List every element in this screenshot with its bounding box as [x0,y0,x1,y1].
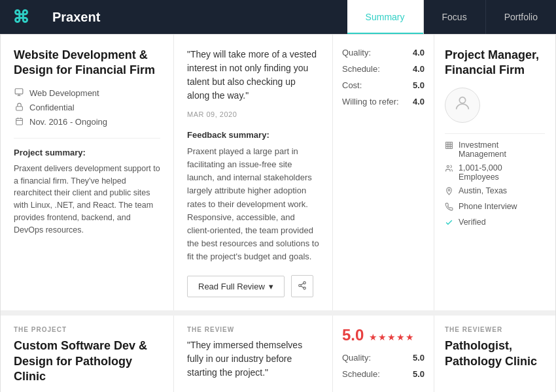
section-label-review-2: THE REVIEW [187,326,319,333]
rating-quality-2: Quality: 5.0 [342,353,425,363]
svg-rect-0 [15,89,23,94]
pin-icon [445,187,454,197]
meta-date-label: Nov. 2016 - Ongoing [29,117,107,127]
reviewer-size-label: 1,001-5,000 Employees [459,163,545,182]
col-project-2: THE PROJECT Custom Software Dev & Design… [1,316,174,392]
meta-type-label: Web Development [29,88,99,98]
section-label-reviewer-2: THE REVIEWER [445,326,545,333]
tab-portfolio[interactable]: Portfolio [486,0,556,34]
svg-point-15 [447,165,449,167]
meta-confidential: Confidential [14,103,160,113]
svg-point-8 [304,282,306,284]
tab-summary[interactable]: Summary [347,0,424,34]
reviewer-title-1: Project Manager, Financial Firm [445,48,545,78]
avatar-1 [445,88,480,123]
review-date-1: MAR 09, 2020 [187,110,319,118]
rating-quality: Quality: 4.0 [342,48,425,57]
quality-label: Quality: [342,48,371,57]
meta-date: Nov. 2016 - Ongoing [14,117,160,127]
overall-score-2: 5.0 [342,326,364,344]
nav-tabs: Summary Focus Portfolio [347,0,556,34]
review-actions-1: Read Full Review ▾ [187,275,319,297]
feedback-label-1: Feedback summary: [187,130,319,140]
reviewer-divider [445,133,545,134]
review-card-1: Website Development & Design for Financi… [1,35,555,316]
svg-rect-14 [446,142,453,148]
read-review-button[interactable]: Read Full Review ▾ [187,276,285,297]
rating-schedule-2: Schedule: 5.0 [342,369,425,379]
col-project-1: Website Development & Design for Financi… [1,35,174,310]
col-ratings-2: 5.0 ★★★★★ Quality: 5.0 Schedule: 5.0 [333,316,434,392]
reviewer-method: Phone Interview [445,202,545,213]
quality-label-2: Quality: [342,353,371,363]
project-title-1: Website Development & Design for Financi… [14,48,160,78]
quality-value-2: 5.0 [413,353,425,363]
verified-icon [445,218,454,229]
svg-point-10 [304,287,306,289]
svg-rect-3 [16,106,22,110]
building-icon [445,141,454,152]
quality-value: 4.0 [413,48,425,57]
share-button[interactable] [291,275,313,297]
reviewer-industry-label: Investment Management [459,140,545,159]
company-name: Praxent [42,10,347,25]
reviewer-size: 1,001-5,000 Employees [445,163,545,182]
reviewer-method-label: Phone Interview [459,202,517,211]
rating-cost: Cost: 5.0 [342,80,425,90]
schedule-label-2: Schedule: [342,369,380,379]
reviewer-meta-1: Investment Management 1,001-5,000 Employ… [445,140,545,229]
svg-line-11 [301,286,304,287]
review-quote-1: "They will take more of a vested interes… [187,48,319,103]
main-content: Website Development & Design for Financi… [0,34,556,392]
reviewer-location: Austin, Texas [445,186,545,197]
header: ⌘ Praxent Summary Focus Portfolio [0,0,556,34]
divider-1 [14,138,160,139]
feedback-text-1: Praxent played a large part in facilitat… [187,145,319,263]
review-card-2: THE PROJECT Custom Software Dev & Design… [1,316,555,392]
read-review-label: Read Full Review [198,282,265,291]
svg-point-16 [448,189,450,191]
stars-2: ★★★★★ [369,332,415,342]
cost-value: 5.0 [413,80,425,90]
review-quote-2: "They immersed themselves fully in our i… [187,338,319,380]
rating-refer: Willing to refer: 4.0 [342,97,425,106]
col-review-1: "They will take more of a vested interes… [174,35,333,310]
schedule-label: Schedule: [342,64,380,74]
meta-type: Web Development [14,88,160,99]
project-summary-text: Praxent delivers development support to … [14,163,160,237]
meta-confidential-label: Confidential [29,103,75,112]
svg-rect-4 [16,118,22,125]
col-reviewer-1: Project Manager, Financial Firm Investme… [434,35,555,310]
reviewer-industry: Investment Management [445,140,545,159]
cost-label: Cost: [342,80,362,90]
svg-line-12 [301,284,304,285]
project-meta-1: Web Development Confidential Nov. 2016 -… [14,88,160,127]
user-icon [453,94,472,116]
chevron-down-icon: ▾ [269,282,273,291]
calendar-icon [14,117,24,127]
reviewer-title-2: Pathologist, Pathology Clinic [445,338,545,369]
project-title-2: Custom Software Dev & Design for Patholo… [14,338,160,384]
users-icon [445,164,454,174]
logo-box: ⌘ [0,0,42,34]
refer-label: Willing to refer: [342,97,399,106]
reviewer-location-label: Austin, Texas [459,186,507,195]
col-ratings-1: Quality: 4.0 Schedule: 4.0 Cost: 5.0 Wil… [333,35,434,310]
logo-icon: ⌘ [12,7,29,27]
lock-icon [14,103,24,113]
schedule-value: 4.0 [413,64,425,74]
svg-point-9 [299,284,302,287]
svg-point-13 [459,97,465,103]
project-summary-label: Project summary: [14,148,160,157]
refer-value: 4.0 [413,97,425,106]
section-label-project-2: THE PROJECT [14,326,160,333]
col-review-2: THE REVIEW "They immersed themselves ful… [174,316,333,392]
reviewer-verified-label: Verified [459,218,486,227]
share-icon [298,281,307,292]
schedule-value-2: 5.0 [413,369,425,379]
rating-schedule: Schedule: 4.0 [342,64,425,74]
tab-focus[interactable]: Focus [424,0,486,34]
monitor-icon [14,88,24,99]
reviewer-verified: Verified [445,218,545,229]
col-reviewer-2: THE REVIEWER Pathologist, Pathology Clin… [434,316,555,392]
